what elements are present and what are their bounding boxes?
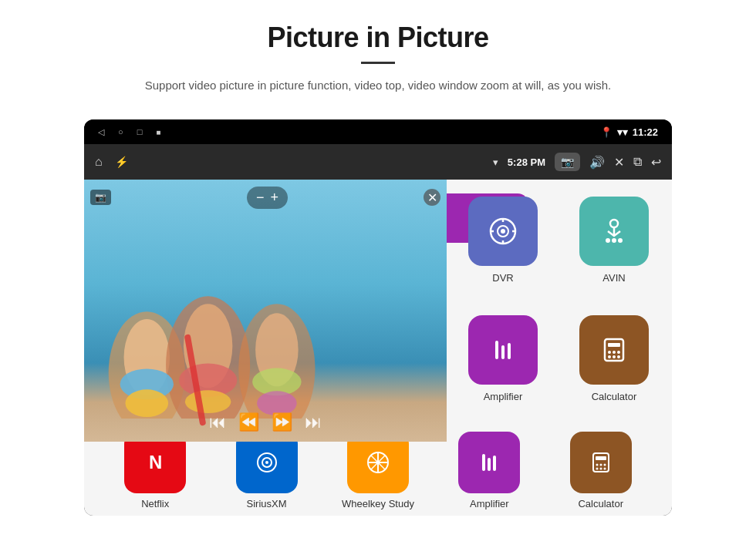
svg-point-33 bbox=[265, 461, 268, 464]
pip-cam-icon: 📷 bbox=[90, 190, 111, 205]
svg-point-45 bbox=[599, 464, 602, 466]
pip-resize-controls: − + bbox=[247, 187, 288, 209]
svg-rect-8 bbox=[501, 345, 505, 359]
bottom-app-row: N Netflix SiriusXM bbox=[84, 432, 672, 509]
screenshot-nav-icon[interactable]: ■ bbox=[156, 128, 160, 136]
window-icon[interactable]: ⧉ bbox=[633, 155, 642, 169]
page-title: Picture in Picture bbox=[62, 22, 694, 54]
svg-rect-7 bbox=[495, 341, 498, 359]
svg-rect-43 bbox=[596, 456, 606, 460]
next-btn[interactable]: ⏭ bbox=[305, 412, 322, 432]
netflix-label: Netflix bbox=[141, 498, 169, 509]
scene-svg bbox=[84, 235, 447, 419]
home-nav-icon[interactable]: ○ bbox=[118, 127, 123, 136]
recents-nav-icon[interactable]: □ bbox=[137, 127, 143, 136]
avin-icon-box bbox=[579, 197, 649, 266]
wifi-status-icon: ▾ bbox=[493, 156, 498, 168]
amplifier-bottom-svg bbox=[475, 449, 503, 476]
svg-point-6 bbox=[618, 238, 623, 243]
app-item-siriusxm[interactable]: SiriusXM bbox=[224, 432, 309, 509]
toolbar-left: ⌂ ⚡ bbox=[95, 155, 128, 169]
status-bar-left: ◁ ○ □ ■ bbox=[98, 127, 160, 137]
pip-video[interactable]: 📷 − + ✕ ⏮ ⏪ ⏩ ⏭ bbox=[84, 180, 447, 442]
svg-point-3 bbox=[610, 220, 618, 227]
pip-container: 📷 − + ✕ ⏮ ⏪ ⏩ ⏭ bbox=[84, 180, 447, 442]
svg-point-5 bbox=[612, 238, 616, 243]
amplifier-bottom-icon bbox=[458, 432, 520, 493]
app-grid: DVR AVIN bbox=[453, 187, 664, 414]
svg-rect-39 bbox=[482, 454, 485, 471]
calculator-icon-box bbox=[579, 315, 649, 385]
pip-minus-btn[interactable]: − bbox=[256, 190, 265, 206]
status-bar-right: 📍 ▾▾ 11:22 bbox=[600, 126, 658, 138]
svg-point-16 bbox=[613, 355, 616, 358]
pip-close-btn[interactable]: ✕ bbox=[424, 189, 440, 206]
svg-point-46 bbox=[603, 464, 606, 466]
status-bar: ◁ ○ □ ■ 📍 ▾▾ 11:22 bbox=[84, 119, 672, 144]
svg-point-44 bbox=[596, 464, 598, 466]
siriusxm-label: SiriusXM bbox=[247, 498, 287, 509]
amplifier-label: Amplifier bbox=[484, 391, 523, 402]
netflix-svg: N bbox=[141, 449, 169, 476]
status-time: 11:22 bbox=[633, 126, 658, 138]
calculator-bottom-icon bbox=[570, 432, 632, 493]
svg-rect-11 bbox=[608, 343, 620, 347]
svg-point-28 bbox=[185, 390, 231, 413]
svg-point-2 bbox=[501, 229, 505, 234]
app-item-amplifier-bottom[interactable]: Amplifier bbox=[447, 432, 532, 509]
location-icon: 📍 bbox=[600, 126, 613, 138]
rewind-btn[interactable]: ⏪ bbox=[238, 412, 259, 432]
dvr-svg bbox=[486, 214, 520, 248]
avin-svg bbox=[597, 214, 631, 248]
camera-button[interactable]: 📷 bbox=[555, 153, 580, 171]
svg-point-13 bbox=[613, 351, 616, 354]
close-pip-icon[interactable]: ✕ bbox=[614, 155, 624, 170]
back-icon[interactable]: ↩ bbox=[651, 155, 661, 170]
app-cell-calculator[interactable]: Calculator bbox=[564, 306, 664, 414]
svg-point-48 bbox=[599, 468, 602, 470]
app-item-wheelkey[interactable]: Wheelkey Study bbox=[336, 432, 420, 509]
wheelkey-label: Wheelkey Study bbox=[342, 498, 414, 509]
amplifier-svg bbox=[486, 333, 520, 367]
svg-point-49 bbox=[603, 468, 606, 470]
usb-icon: ⚡ bbox=[115, 156, 128, 168]
amplifier-icon-box bbox=[468, 315, 538, 385]
wheelkey-svg bbox=[364, 449, 392, 476]
svg-text:N: N bbox=[149, 452, 162, 472]
back-nav-icon[interactable]: ◁ bbox=[98, 127, 104, 137]
svg-point-4 bbox=[606, 238, 610, 243]
svg-rect-40 bbox=[488, 458, 491, 471]
device-frame: ◁ ○ □ ■ 📍 ▾▾ 11:22 ⌂ ⚡ ▾ 5:28 PM 📷 🔊 ✕ ⧉… bbox=[84, 119, 672, 516]
sirius-svg bbox=[253, 449, 281, 476]
wifi-icon: ▾▾ bbox=[617, 126, 628, 138]
page-subtitle: Support video picture in picture functio… bbox=[77, 76, 679, 95]
svg-point-27 bbox=[126, 389, 169, 417]
svg-rect-9 bbox=[508, 343, 511, 359]
pip-playback-controls: ⏮ ⏪ ⏩ ⏭ bbox=[209, 412, 322, 432]
calculator-svg bbox=[597, 333, 631, 367]
svg-point-12 bbox=[608, 351, 611, 354]
dvr-icon-box bbox=[468, 197, 538, 266]
volume-icon[interactable]: 🔊 bbox=[589, 155, 605, 170]
dvr-label: DVR bbox=[492, 272, 513, 284]
title-divider bbox=[361, 62, 395, 64]
home-icon[interactable]: ⌂ bbox=[95, 155, 103, 169]
calculator-bottom-label: Calculator bbox=[578, 498, 623, 509]
pip-plus-btn[interactable]: + bbox=[271, 190, 279, 206]
avin-label: AVIN bbox=[602, 272, 625, 284]
app-cell-avin[interactable]: AVIN bbox=[564, 187, 664, 295]
toolbar-right: ▾ 5:28 PM 📷 🔊 ✕ ⧉ ↩ bbox=[493, 153, 661, 171]
svg-rect-41 bbox=[493, 456, 496, 471]
app-item-netflix[interactable]: N Netflix bbox=[113, 432, 197, 509]
svg-point-47 bbox=[596, 468, 598, 470]
forward-btn[interactable]: ⏩ bbox=[272, 412, 292, 432]
calculator-bottom-svg bbox=[587, 449, 615, 476]
app-cell-dvr[interactable]: DVR bbox=[453, 187, 553, 295]
calculator-label: Calculator bbox=[592, 391, 637, 402]
app-item-calculator-bottom[interactable]: Calculator bbox=[559, 432, 643, 509]
toolbar-time: 5:28 PM bbox=[508, 156, 545, 168]
svg-point-15 bbox=[608, 355, 611, 358]
prev-btn[interactable]: ⏮ bbox=[209, 412, 226, 432]
pip-controls-bar: 📷 − + ✕ bbox=[90, 186, 440, 209]
app-cell-amplifier[interactable]: Amplifier bbox=[453, 306, 553, 414]
